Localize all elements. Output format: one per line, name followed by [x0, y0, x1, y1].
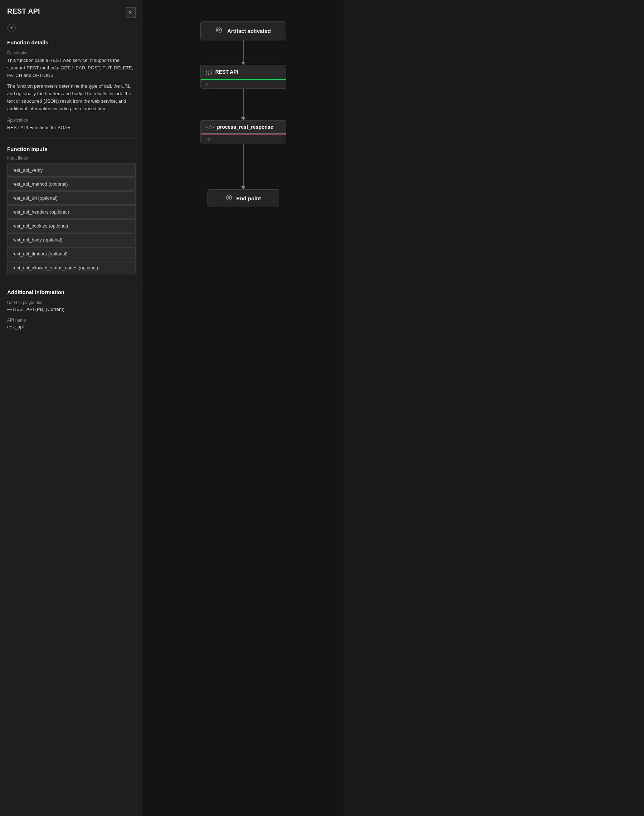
description-label: Description [7, 51, 136, 55]
input-field-item: rest_api_cookies (optional) [7, 219, 136, 233]
line-3 [243, 144, 244, 187]
arrow-1 [241, 62, 245, 65]
arrow-2 [241, 117, 245, 120]
code-icon: </> [206, 124, 214, 130]
input-fields-list: rest_api_verifyrest_api_method (optional… [7, 164, 136, 274]
additional-info-title: Additional information [7, 289, 136, 295]
endpoint-icon [225, 194, 233, 202]
input-field-item: rest_api_timeout (optional) [7, 247, 136, 260]
input-field-item: rest_api_headers (optional) [7, 205, 136, 219]
svg-point-0 [219, 30, 220, 31]
rest-api-node[interactable]: (ƒ) REST API #1 [200, 65, 286, 89]
additional-info-section: Additional information Used in playbooks… [7, 289, 136, 329]
script-number: #2 [201, 135, 286, 143]
input-fields-label: Input fields [7, 156, 136, 161]
svg-point-2 [228, 197, 230, 199]
fingerprint-icon [216, 26, 224, 36]
api-name-value: rest_api [7, 324, 136, 329]
description-p2: The function parameters determine the ty… [7, 83, 136, 112]
left-panel: REST API × + Function details Descriptio… [0, 0, 143, 816]
close-button[interactable]: × [125, 7, 136, 18]
flow-diagram: Artifact activated (ƒ) REST API #1 </> p… [190, 21, 297, 207]
description-p1: This function calls a REST web service. … [7, 57, 136, 79]
endpoint-label: End point [236, 195, 261, 201]
divider-2 [7, 282, 136, 282]
api-name-label: API name [7, 318, 136, 323]
rest-api-label: REST API [215, 69, 238, 75]
add-button[interactable]: + [7, 24, 16, 32]
function-details-section: Function details Description This functi… [7, 39, 136, 131]
divider-1 [7, 138, 136, 139]
input-field-item: rest_api_body (optional) [7, 233, 136, 246]
panel-header: REST API × [7, 7, 136, 18]
application-label: Application [7, 118, 136, 123]
connector-3 [241, 144, 245, 189]
panel-title: REST API [7, 7, 40, 15]
script-label: process_rest_response [217, 124, 273, 130]
function-details-title: Function details [7, 39, 136, 46]
function-inputs-title: Function inputs [7, 146, 136, 152]
application-value: REST API Functions for SOAR [7, 124, 136, 132]
connector-1 [241, 40, 245, 65]
playbook-item: — REST API (PB) (Current) [7, 306, 136, 312]
endpoint-node[interactable]: End point [207, 189, 279, 207]
line-1 [243, 40, 244, 62]
connector-2 [241, 89, 245, 120]
rest-api-header: (ƒ) REST API [201, 65, 286, 80]
input-field-item: rest_api_url (optional) [7, 191, 136, 205]
function-icon: (ƒ) [206, 69, 213, 75]
artifact-label: Artifact activated [227, 28, 271, 34]
arrow-3 [241, 187, 245, 189]
artifact-node[interactable]: Artifact activated [200, 21, 286, 40]
input-field-item: rest_api_verify [7, 164, 136, 177]
line-2 [243, 89, 244, 117]
script-header: </> process_rest_response [201, 121, 286, 135]
input-field-item: rest_api_allowed_status_codes (optional) [7, 261, 136, 274]
script-node[interactable]: </> process_rest_response #2 [200, 120, 286, 144]
right-panel: Artifact activated (ƒ) REST API #1 </> p… [143, 0, 343, 816]
function-number: #1 [201, 80, 286, 88]
input-field-item: rest_api_method (optional) [7, 178, 136, 191]
function-inputs-section: Function inputs Input fields rest_api_ve… [7, 146, 136, 274]
used-in-label: Used in playbooks [7, 300, 136, 305]
